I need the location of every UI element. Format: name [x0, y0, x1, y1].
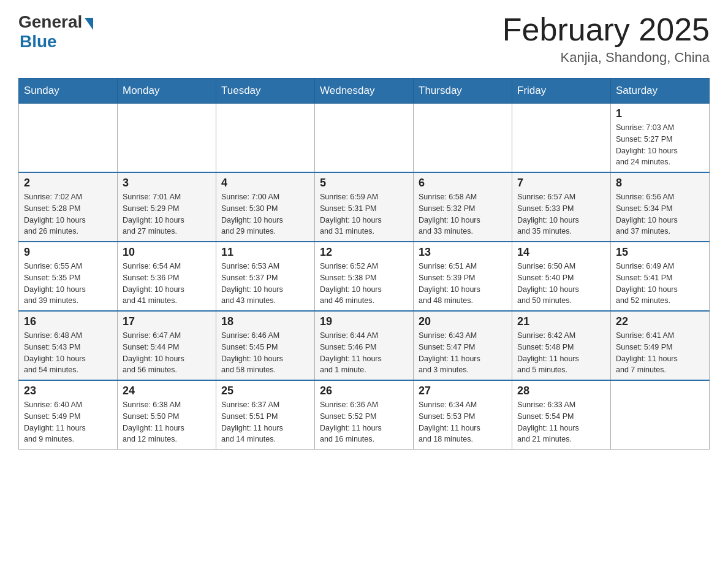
day-info: Sunrise: 6:33 AMSunset: 5:54 PMDaylight:…	[517, 399, 605, 445]
week-row-1: 1Sunrise: 7:03 AMSunset: 5:27 PMDaylight…	[19, 104, 710, 173]
day-number: 12	[320, 246, 408, 259]
day-info: Sunrise: 7:03 AMSunset: 5:27 PMDaylight:…	[616, 122, 704, 168]
calendar-cell	[315, 104, 414, 173]
day-number: 6	[419, 177, 507, 190]
day-info: Sunrise: 6:41 AMSunset: 5:49 PMDaylight:…	[616, 330, 704, 376]
calendar-title: February 2025	[502, 12, 710, 47]
day-info: Sunrise: 6:49 AMSunset: 5:41 PMDaylight:…	[616, 261, 704, 307]
page-header: General Blue February 2025 Kanjia, Shand…	[18, 12, 710, 66]
logo-blue-text: Blue	[20, 32, 57, 52]
calendar-cell: 21Sunrise: 6:42 AMSunset: 5:48 PMDayligh…	[512, 311, 611, 380]
calendar-cell: 23Sunrise: 6:40 AMSunset: 5:49 PMDayligh…	[19, 380, 118, 450]
day-number: 9	[24, 246, 112, 259]
calendar-cell: 11Sunrise: 6:53 AMSunset: 5:37 PMDayligh…	[216, 242, 315, 311]
day-info: Sunrise: 6:42 AMSunset: 5:48 PMDaylight:…	[517, 330, 605, 376]
weekday-header-friday: Friday	[512, 79, 611, 104]
calendar-cell: 3Sunrise: 7:01 AMSunset: 5:29 PMDaylight…	[118, 172, 216, 242]
calendar-cell: 7Sunrise: 6:57 AMSunset: 5:33 PMDaylight…	[512, 172, 611, 242]
calendar-cell	[118, 104, 216, 173]
day-number: 18	[221, 315, 309, 328]
day-info: Sunrise: 6:46 AMSunset: 5:45 PMDaylight:…	[221, 330, 309, 376]
logo: General Blue	[18, 12, 93, 52]
calendar-cell: 4Sunrise: 7:00 AMSunset: 5:30 PMDaylight…	[216, 172, 315, 242]
day-number: 20	[419, 315, 507, 328]
calendar-cell: 13Sunrise: 6:51 AMSunset: 5:39 PMDayligh…	[414, 242, 512, 311]
day-number: 26	[320, 385, 408, 397]
weekday-header-monday: Monday	[118, 79, 216, 104]
day-info: Sunrise: 6:47 AMSunset: 5:44 PMDaylight:…	[123, 330, 211, 376]
day-info: Sunrise: 6:55 AMSunset: 5:35 PMDaylight:…	[24, 261, 112, 307]
day-number: 10	[123, 246, 211, 259]
day-info: Sunrise: 6:44 AMSunset: 5:46 PMDaylight:…	[320, 330, 408, 376]
weekday-header-thursday: Thursday	[414, 79, 512, 104]
calendar-cell: 28Sunrise: 6:33 AMSunset: 5:54 PMDayligh…	[512, 380, 611, 450]
calendar-table: SundayMondayTuesdayWednesdayThursdayFrid…	[18, 78, 710, 450]
day-info: Sunrise: 6:51 AMSunset: 5:39 PMDaylight:…	[419, 261, 507, 307]
calendar-cell: 20Sunrise: 6:43 AMSunset: 5:47 PMDayligh…	[414, 311, 512, 380]
day-number: 13	[419, 246, 507, 259]
day-number: 21	[517, 315, 605, 328]
calendar-cell: 17Sunrise: 6:47 AMSunset: 5:44 PMDayligh…	[118, 311, 216, 380]
day-info: Sunrise: 6:34 AMSunset: 5:53 PMDaylight:…	[419, 399, 507, 445]
day-number: 15	[616, 246, 704, 259]
calendar-cell: 19Sunrise: 6:44 AMSunset: 5:46 PMDayligh…	[315, 311, 414, 380]
calendar-cell: 16Sunrise: 6:48 AMSunset: 5:43 PMDayligh…	[19, 311, 118, 380]
day-info: Sunrise: 7:02 AMSunset: 5:28 PMDaylight:…	[24, 191, 112, 237]
day-number: 23	[24, 385, 112, 397]
day-info: Sunrise: 6:56 AMSunset: 5:34 PMDaylight:…	[616, 191, 704, 237]
day-info: Sunrise: 6:36 AMSunset: 5:52 PMDaylight:…	[320, 399, 408, 445]
calendar-cell	[414, 104, 512, 173]
calendar-cell	[216, 104, 315, 173]
day-info: Sunrise: 7:01 AMSunset: 5:29 PMDaylight:…	[123, 191, 211, 237]
calendar-cell: 6Sunrise: 6:58 AMSunset: 5:32 PMDaylight…	[414, 172, 512, 242]
calendar-cell: 10Sunrise: 6:54 AMSunset: 5:36 PMDayligh…	[118, 242, 216, 311]
weekday-header-saturday: Saturday	[611, 79, 710, 104]
calendar-cell: 2Sunrise: 7:02 AMSunset: 5:28 PMDaylight…	[19, 172, 118, 242]
day-number: 25	[221, 385, 309, 397]
day-info: Sunrise: 6:38 AMSunset: 5:50 PMDaylight:…	[123, 399, 211, 445]
calendar-cell: 14Sunrise: 6:50 AMSunset: 5:40 PMDayligh…	[512, 242, 611, 311]
day-number: 11	[221, 246, 309, 259]
calendar-cell	[512, 104, 611, 173]
day-number: 2	[24, 177, 112, 190]
day-number: 8	[616, 177, 704, 190]
calendar-cell: 12Sunrise: 6:52 AMSunset: 5:38 PMDayligh…	[315, 242, 414, 311]
calendar-cell: 26Sunrise: 6:36 AMSunset: 5:52 PMDayligh…	[315, 380, 414, 450]
day-number: 19	[320, 315, 408, 328]
day-info: Sunrise: 6:53 AMSunset: 5:37 PMDaylight:…	[221, 261, 309, 307]
calendar-cell	[19, 104, 118, 173]
week-row-5: 23Sunrise: 6:40 AMSunset: 5:49 PMDayligh…	[19, 380, 710, 450]
week-row-3: 9Sunrise: 6:55 AMSunset: 5:35 PMDaylight…	[19, 242, 710, 311]
day-info: Sunrise: 6:37 AMSunset: 5:51 PMDaylight:…	[221, 399, 309, 445]
day-info: Sunrise: 6:48 AMSunset: 5:43 PMDaylight:…	[24, 330, 112, 376]
day-number: 27	[419, 385, 507, 397]
weekday-header-row: SundayMondayTuesdayWednesdayThursdayFrid…	[19, 79, 710, 104]
calendar-cell: 1Sunrise: 7:03 AMSunset: 5:27 PMDaylight…	[611, 104, 710, 173]
day-number: 24	[123, 385, 211, 397]
day-number: 16	[24, 315, 112, 328]
calendar-cell: 22Sunrise: 6:41 AMSunset: 5:49 PMDayligh…	[611, 311, 710, 380]
title-section: February 2025 Kanjia, Shandong, China	[502, 12, 710, 66]
day-info: Sunrise: 6:54 AMSunset: 5:36 PMDaylight:…	[123, 261, 211, 307]
calendar-subtitle: Kanjia, Shandong, China	[502, 50, 710, 66]
day-info: Sunrise: 6:50 AMSunset: 5:40 PMDaylight:…	[517, 261, 605, 307]
day-info: Sunrise: 6:59 AMSunset: 5:31 PMDaylight:…	[320, 191, 408, 237]
day-number: 3	[123, 177, 211, 190]
calendar-cell: 9Sunrise: 6:55 AMSunset: 5:35 PMDaylight…	[19, 242, 118, 311]
calendar-cell: 8Sunrise: 6:56 AMSunset: 5:34 PMDaylight…	[611, 172, 710, 242]
day-info: Sunrise: 6:40 AMSunset: 5:49 PMDaylight:…	[24, 399, 112, 445]
day-number: 5	[320, 177, 408, 190]
day-number: 14	[517, 246, 605, 259]
day-number: 1	[616, 107, 704, 120]
calendar-cell: 24Sunrise: 6:38 AMSunset: 5:50 PMDayligh…	[118, 380, 216, 450]
calendar-cell: 27Sunrise: 6:34 AMSunset: 5:53 PMDayligh…	[414, 380, 512, 450]
logo-arrow-icon	[85, 18, 93, 30]
day-info: Sunrise: 6:58 AMSunset: 5:32 PMDaylight:…	[419, 191, 507, 237]
day-number: 4	[221, 177, 309, 190]
day-number: 28	[517, 385, 605, 397]
day-number: 7	[517, 177, 605, 190]
calendar-cell: 5Sunrise: 6:59 AMSunset: 5:31 PMDaylight…	[315, 172, 414, 242]
calendar-cell: 25Sunrise: 6:37 AMSunset: 5:51 PMDayligh…	[216, 380, 315, 450]
weekday-header-sunday: Sunday	[19, 79, 118, 104]
day-info: Sunrise: 6:43 AMSunset: 5:47 PMDaylight:…	[419, 330, 507, 376]
